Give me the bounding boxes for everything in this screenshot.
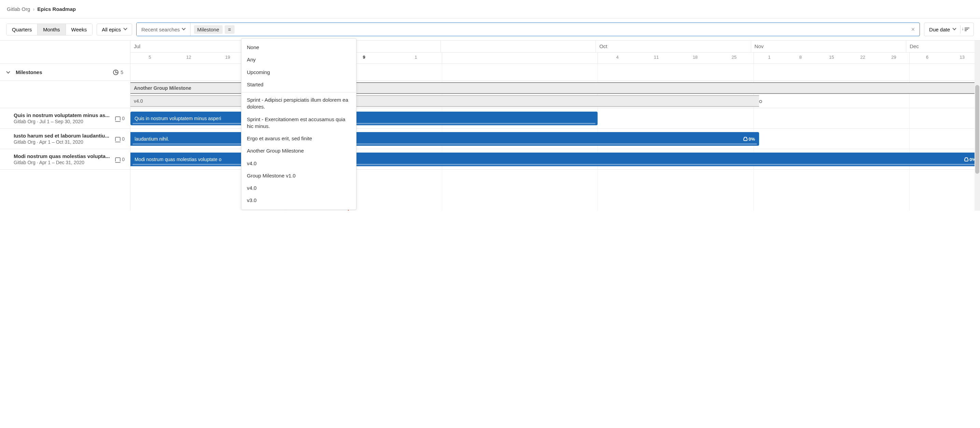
- epic-title: Modi nostrum quas molestias volupta...: [14, 153, 112, 159]
- epics-filter-dropdown[interactable]: All epics: [97, 24, 132, 35]
- dd-item-milestone[interactable]: v4.0: [242, 182, 356, 194]
- milestone-bar[interactable]: v4.0: [130, 95, 759, 107]
- chevron-down-icon: [182, 28, 185, 31]
- filter-search[interactable]: Recent searches Milestone = ×: [136, 22, 920, 36]
- epic-icon: [115, 137, 121, 141]
- milestone-end-icon: [759, 100, 762, 103]
- token-area[interactable]: Milestone =: [191, 25, 907, 34]
- month-header: Nov: [751, 41, 906, 52]
- epic-icon: [115, 157, 121, 162]
- clear-icon[interactable]: ×: [907, 26, 920, 33]
- month-header: Oct: [596, 41, 751, 52]
- divider: [960, 25, 961, 33]
- milestones-label: Milestones: [16, 69, 113, 75]
- dd-item-any[interactable]: Any: [242, 54, 356, 66]
- chevron-down-icon: [124, 28, 127, 31]
- month-header: Dec: [906, 41, 980, 52]
- epic-title: Quis in nostrum voluptatem minus as...: [14, 112, 112, 118]
- progress-track: [132, 143, 757, 145]
- progress-track: [132, 123, 595, 124]
- tab-weeks[interactable]: Weeks: [66, 24, 92, 35]
- dd-item-milestone[interactable]: Sprint - Adipisci perspiciatis illum dol…: [242, 94, 356, 113]
- dd-item-milestone[interactable]: Ergo et avarus erit, sed finite: [242, 132, 356, 145]
- dd-item-milestone[interactable]: Sprint - Exercitationem est accusamus qu…: [242, 113, 356, 133]
- recent-searches-label: Recent searches: [142, 27, 180, 32]
- clock-icon: [113, 70, 118, 75]
- weight-icon: [965, 158, 968, 161]
- left-column: Milestones 5 Quis in nostrum voluptatem …: [0, 41, 130, 211]
- toolbar: Quarters Months Weeks All epics Recent s…: [0, 18, 980, 41]
- dropdown-divider: [242, 92, 356, 92]
- epic-row[interactable]: Iusto harum sed et laborum laudantiu... …: [0, 129, 130, 149]
- weight-icon: [744, 137, 747, 141]
- epic-row[interactable]: Quis in nostrum voluptatem minus as... G…: [0, 108, 130, 129]
- epics-filter-label: All epics: [102, 27, 121, 32]
- timeframe-group: Quarters Months Weeks: [6, 24, 92, 35]
- breadcrumb: Gitlab Org › Epics Roadmap: [0, 0, 980, 18]
- sort-direction-icon[interactable]: [965, 27, 970, 32]
- dd-item-started[interactable]: Started: [242, 79, 356, 91]
- epic-meta: Gitlab Org · Apr 1 – Oct 31, 2020: [14, 139, 112, 145]
- epic-child-count: 0: [115, 116, 125, 121]
- tab-months[interactable]: Months: [38, 24, 65, 35]
- vertical-scrollbar[interactable]: [975, 41, 980, 211]
- milestones-toggle-row[interactable]: Milestones 5: [0, 64, 130, 81]
- epic-child-count: 0: [115, 157, 125, 162]
- epic-child-count: 0: [115, 136, 125, 142]
- epic-weight-badge: 0%: [744, 136, 755, 142]
- epic-title: Iusto harum sed et laborum laudantiu...: [14, 133, 112, 139]
- filter-token-op[interactable]: =: [225, 25, 235, 34]
- filter-token-key[interactable]: Milestone: [194, 25, 223, 34]
- breadcrumb-parent[interactable]: Gitlab Org: [7, 6, 30, 12]
- epic-bar[interactable]: laudantium nihil. 0%: [130, 132, 759, 146]
- epic-row[interactable]: Modi nostrum quas molestias volupta... G…: [0, 149, 130, 170]
- milestone-dropdown: None Any Upcoming Started Sprint - Adipi…: [241, 38, 356, 210]
- roadmap: Milestones 5 Quis in nostrum voluptatem …: [0, 41, 980, 211]
- dd-item-upcoming[interactable]: Upcoming: [242, 66, 356, 79]
- dd-item-none[interactable]: None: [242, 41, 356, 54]
- epic-bar[interactable]: Quis in nostrum voluptatem minus asperi: [130, 112, 598, 125]
- recent-searches-button[interactable]: Recent searches: [137, 23, 191, 36]
- tab-quarters[interactable]: Quarters: [6, 24, 38, 35]
- dd-item-milestone[interactable]: v3.0: [242, 194, 356, 206]
- chevron-down-icon: [953, 28, 956, 31]
- epic-meta: Gitlab Org · Apr 1 – Dec 31, 2020: [14, 160, 112, 165]
- milestones-count: 5: [113, 70, 123, 75]
- dd-item-milestone[interactable]: v4.0: [242, 157, 356, 170]
- scroll-thumb[interactable]: [975, 85, 979, 174]
- dd-item-milestone[interactable]: Group Milestone v1.0: [242, 170, 356, 182]
- chevron-down-icon: [7, 70, 11, 75]
- epic-meta: Gitlab Org · Jul 1 – Sep 30, 2020: [14, 119, 112, 124]
- breadcrumb-sep: ›: [33, 6, 35, 12]
- sort-label: Due date: [929, 27, 950, 32]
- month-header: [441, 41, 596, 52]
- dd-item-milestone[interactable]: Another Group Milestone: [242, 145, 356, 157]
- breadcrumb-current: Epics Roadmap: [37, 6, 76, 12]
- epic-icon: [115, 116, 121, 120]
- sort-dropdown[interactable]: Due date: [924, 22, 974, 36]
